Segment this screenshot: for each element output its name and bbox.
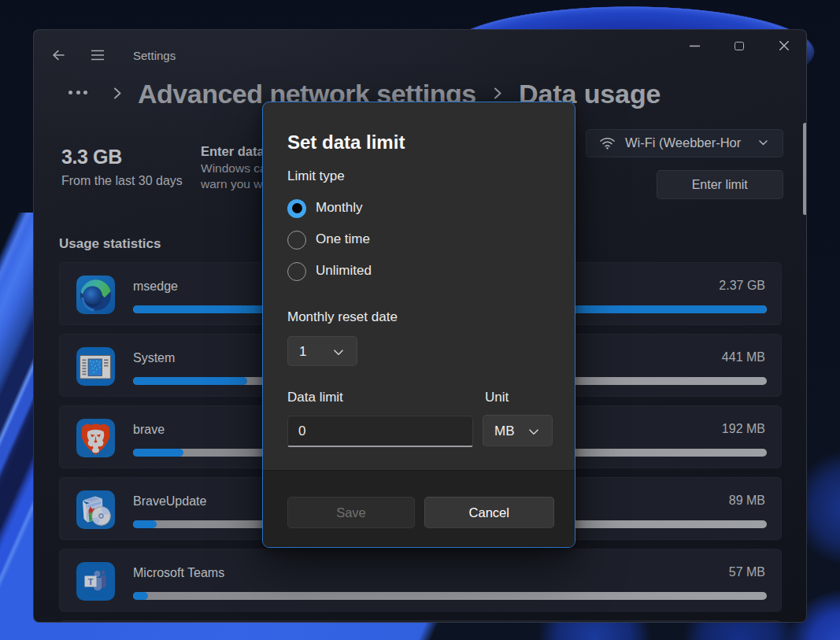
svg-text:T: T — [88, 577, 94, 586]
